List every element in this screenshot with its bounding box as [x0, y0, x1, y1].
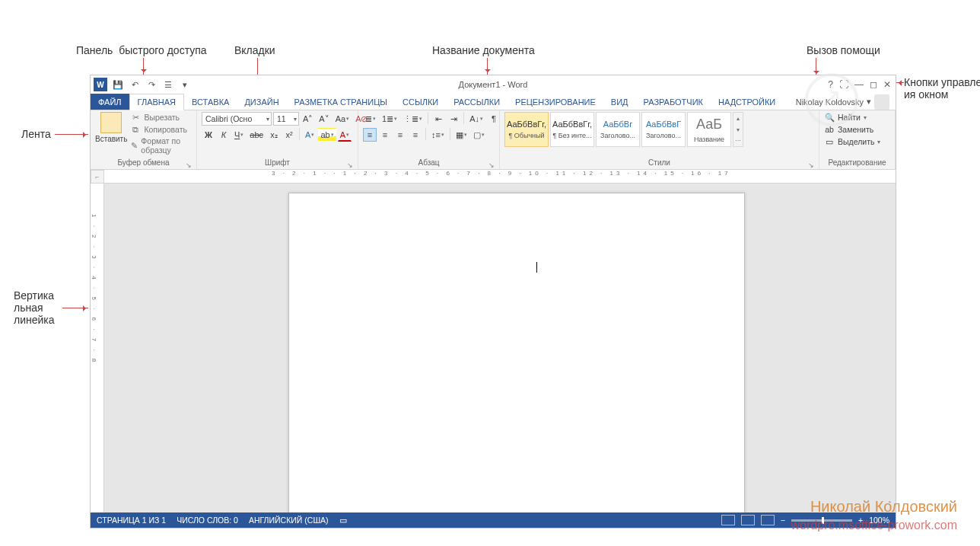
style-title[interactable]: АаБНазвание — [687, 112, 731, 147]
view-read-button[interactable] — [721, 515, 735, 525]
horizontal-ruler[interactable]: 3 · 2 · 1 · · 1 · 2 · 3 · 4 · 5 · 6 · 7 … — [104, 170, 896, 184]
subscript-button[interactable]: x₂ — [267, 128, 281, 142]
group-label: Стили↘ — [504, 158, 814, 169]
group-label: Шрифт↘ — [202, 158, 353, 169]
tab-view[interactable]: ВИД — [603, 94, 636, 110]
line-spacing-button[interactable]: ↕≡ — [429, 128, 447, 142]
cut-label: Вырезать — [144, 113, 180, 122]
status-language[interactable]: АНГЛИЙСКИЙ (США) — [249, 516, 329, 525]
word-window: W 💾 ↶ ↷ ☰ ▾ Документ1 - Word ? ⛶ — ◻ ✕ Ф… — [90, 75, 896, 528]
paste-button[interactable]: Вставить — [95, 112, 127, 143]
shrink-font-button[interactable]: A˅ — [317, 112, 331, 126]
titlebar: W 💾 ↶ ↷ ☰ ▾ Документ1 - Word ? ⛶ — ◻ ✕ — [91, 75, 896, 94]
callout-winbtns: Кнопки управлен ия окном — [904, 76, 977, 101]
bullets-button[interactable]: ≣ — [363, 112, 378, 126]
ribbon: Вставить ✂Вырезать ⧉Копировать ✎Формат п… — [91, 110, 896, 170]
shading-button[interactable]: ▦ — [453, 128, 469, 142]
style-heading2[interactable]: АаБбВвГЗаголово... — [641, 112, 686, 147]
copy-button[interactable]: ⧉Копировать — [130, 124, 192, 135]
borders-button[interactable]: ▢ — [471, 128, 487, 142]
dialog-launcher-icon[interactable]: ↘ — [808, 161, 814, 169]
callout-ribbon: Лента — [21, 128, 51, 140]
tab-design[interactable]: ДИЗАЙН — [237, 94, 286, 110]
tab-developer[interactable]: РАЗРАБОТЧИК — [636, 94, 711, 110]
text-effects-button[interactable]: A — [303, 128, 317, 142]
status-bar: СТРАНИЦА 1 ИЗ 1 ЧИСЛО СЛОВ: 0 АНГЛИЙСКИЙ… — [91, 512, 896, 528]
word-logo-icon: W — [94, 78, 107, 91]
vertical-ruler[interactable]: 1 · 2 · 3 · 4 · 5 · 6 · 7 · 8 — [91, 184, 104, 512]
align-center-button[interactable]: ≡ — [378, 128, 392, 142]
tab-mailings[interactable]: РАССЫЛКИ — [446, 94, 508, 110]
status-page[interactable]: СТРАНИЦА 1 ИЗ 1 — [97, 516, 166, 525]
select-icon: ▭ — [824, 136, 835, 147]
scissors-icon: ✂ — [130, 112, 141, 123]
style-normal[interactable]: АаБбВвГг,¶ Обычный — [504, 112, 549, 147]
dialog-launcher-icon[interactable]: ↘ — [488, 161, 495, 169]
arrow — [816, 58, 816, 76]
highlight-button[interactable]: ab — [318, 128, 336, 142]
superscript-button[interactable]: x² — [282, 128, 296, 142]
text-cursor — [536, 262, 537, 273]
zoom-out-button[interactable]: − — [781, 516, 785, 525]
italic-button[interactable]: К — [217, 128, 231, 142]
select-button[interactable]: ▭Выделить▾ — [824, 136, 880, 147]
justify-button[interactable]: ≡ — [409, 128, 422, 142]
view-web-button[interactable] — [761, 515, 775, 525]
callout-help: Вызов помощи — [807, 44, 880, 56]
callout-title: Название документа — [432, 44, 535, 56]
increase-indent-button[interactable]: ⇥ — [447, 112, 460, 126]
font-color-button[interactable]: A — [338, 128, 352, 142]
show-marks-button[interactable]: ¶ — [487, 112, 501, 126]
tab-layout[interactable]: РАЗМЕТКА СТРАНИЦЫ — [287, 94, 395, 110]
tab-addins[interactable]: НАДСТРОЙКИ — [711, 94, 783, 110]
tab-insert[interactable]: ВСТАВКА — [184, 94, 237, 110]
save-icon[interactable]: 💾 — [112, 78, 124, 91]
dialog-launcher-icon[interactable]: ↘ — [347, 161, 353, 169]
bold-button[interactable]: Ж — [202, 128, 215, 142]
tab-references[interactable]: ССЫЛКИ — [395, 94, 446, 110]
tab-review[interactable]: РЕЦЕНЗИРОВАНИЕ — [508, 94, 603, 110]
tab-home[interactable]: ГЛАВНАЯ — [129, 94, 184, 110]
styles-more[interactable]: ▴▾⋯ — [733, 112, 743, 147]
group-styles: АаБбВвГг,¶ Обычный АаБбВвГг,¶ Без инте..… — [500, 110, 819, 169]
multilevel-button[interactable]: ⋮≣ — [401, 112, 425, 126]
document-area: ⌐ 3 · 2 · 1 · · 1 · 2 · 3 · 4 · 5 · 6 · … — [91, 170, 896, 512]
undo-icon[interactable]: ↶ — [129, 78, 141, 91]
brush-icon: ✎ — [130, 140, 138, 151]
paste-label: Вставить — [95, 135, 127, 143]
decrease-indent-button[interactable]: ⇤ — [431, 112, 445, 126]
group-font: Calibri (Осно 11 A˄ A˅ Aa A⊘ Ж К Ч abc x… — [197, 110, 358, 169]
cut-button[interactable]: ✂Вырезать — [130, 112, 192, 123]
macro-icon[interactable]: ▭ — [339, 516, 347, 525]
qat-customize-icon[interactable]: ▾ — [179, 78, 191, 91]
style-heading1[interactable]: АаБбВгЗаголово... — [596, 112, 640, 147]
arrow — [55, 134, 88, 135]
dialog-launcher-icon[interactable]: ↘ — [186, 161, 192, 169]
font-name-combo[interactable]: Calibri (Осно — [202, 112, 272, 126]
avatar — [874, 94, 889, 110]
ruler-corner[interactable]: ⌐ — [91, 170, 104, 184]
align-left-button[interactable]: ≡ — [363, 128, 377, 142]
change-case-button[interactable]: Aa — [333, 112, 352, 126]
document-title: Документ1 - Word — [459, 80, 528, 89]
close-icon[interactable]: ✕ — [883, 79, 891, 90]
callout-qat: Панель быстрого доступа — [76, 44, 207, 56]
numbering-button[interactable]: 1≣ — [380, 112, 399, 126]
page[interactable] — [288, 193, 745, 512]
redo-icon[interactable]: ↷ — [145, 78, 158, 91]
view-print-button[interactable] — [741, 515, 755, 525]
touch-mode-icon[interactable]: ☰ — [162, 78, 174, 91]
underline-button[interactable]: Ч — [232, 128, 246, 142]
strike-button[interactable]: abc — [247, 128, 266, 142]
watermark-logo — [805, 73, 858, 126]
grow-font-button[interactable]: A˄ — [301, 112, 315, 126]
style-nospacing[interactable]: АаБбВвГг,¶ Без инте... — [550, 112, 594, 147]
font-size-combo[interactable]: 11 — [273, 112, 299, 126]
paste-icon — [100, 112, 122, 133]
maximize-icon[interactable]: ◻ — [870, 79, 877, 90]
sort-button[interactable]: A↓ — [467, 112, 485, 126]
status-wordcount[interactable]: ЧИСЛО СЛОВ: 0 — [177, 516, 238, 525]
align-right-button[interactable]: ≡ — [393, 128, 407, 142]
format-painter-button[interactable]: ✎Формат по образцу — [130, 136, 192, 155]
tab-file[interactable]: ФАЙЛ — [91, 94, 129, 110]
